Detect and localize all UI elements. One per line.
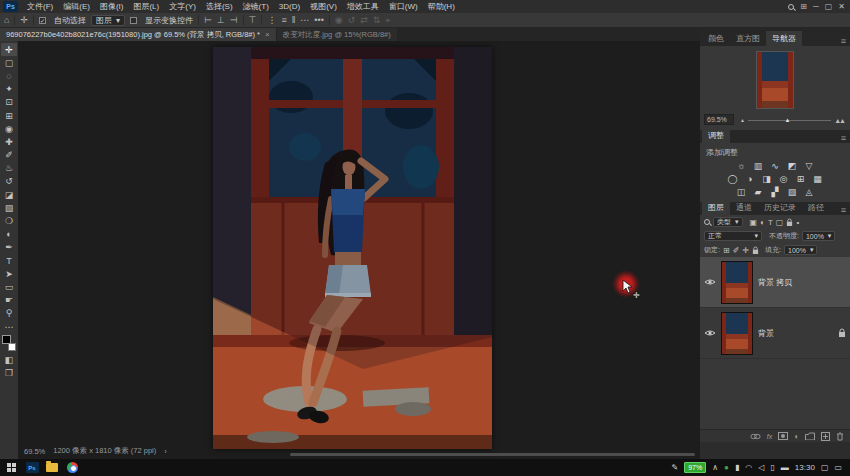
menu-type[interactable]: 文字(Y) [164, 1, 201, 12]
threshold-icon[interactable]: ▞ [770, 187, 781, 197]
tab-history[interactable]: 历史记录 [758, 200, 802, 215]
layer-effects-icon[interactable]: fx [767, 433, 772, 440]
filter-toggle-icon[interactable]: • [796, 218, 799, 227]
panel-menu-icon[interactable]: ≡ [841, 133, 850, 143]
clone-stamp-tool[interactable]: ♨ [1, 162, 17, 175]
layer-thumbnail[interactable] [721, 261, 753, 304]
taskbar-app-photoshop[interactable]: Ps [22, 459, 42, 476]
photo-filter-icon[interactable]: ◎ [778, 174, 789, 184]
taskbar-app-chrome[interactable] [62, 459, 82, 476]
filter-shape-icon[interactable]: ▢ [776, 218, 784, 227]
pen-tool[interactable]: ✒ [1, 241, 17, 254]
shape-tool[interactable]: ▭ [1, 280, 17, 293]
path-selection-tool[interactable]: ➤ [1, 267, 17, 280]
minimize-button[interactable]: ─ [813, 2, 819, 11]
canvas-area[interactable]: 69.5% 1200 像素 x 1810 像素 (72 ppi) › ✛ [18, 41, 700, 459]
type-tool[interactable]: T [1, 254, 17, 267]
hue-saturation-icon[interactable]: ◯ [727, 174, 738, 184]
tab-adjustments[interactable]: 调整 [702, 128, 730, 143]
lock-pixels-icon[interactable]: ✐ [733, 246, 740, 255]
tab-color[interactable]: 颜色 [702, 31, 730, 46]
color-balance-icon[interactable]: ◑ [744, 174, 755, 184]
distribute-vertical-icon[interactable]: ⋮ [267, 15, 276, 25]
phone-link-icon[interactable]: ▯ [770, 463, 774, 472]
menu-image[interactable]: 图像(I) [95, 1, 129, 12]
lock-position-icon[interactable]: ✛ [742, 246, 749, 255]
lock-icon[interactable] [838, 328, 846, 338]
black-white-icon[interactable]: ◨ [761, 174, 772, 184]
navigator-zoom-slider[interactable]: ▲ ▲ ▲▲ [740, 115, 844, 125]
vibrance-icon[interactable]: ▽ [804, 161, 815, 171]
photo-document[interactable] [213, 47, 492, 449]
close-icon[interactable]: × [265, 30, 270, 39]
zoom-tool[interactable]: ⚲ [1, 307, 17, 320]
panel-menu-icon[interactable]: ≡ [841, 205, 850, 215]
close-button[interactable]: ✕ [838, 2, 845, 11]
panel-menu-icon[interactable]: ≡ [841, 36, 850, 46]
navigator-zoom-field[interactable]: 69.5% [704, 114, 734, 125]
blend-mode-dropdown[interactable]: 正常▾ [704, 231, 762, 241]
gradient-map-icon[interactable]: ▨ [787, 187, 798, 197]
lock-transparent-icon[interactable]: ⊞ [723, 246, 730, 255]
tab-channels[interactable]: 通道 [730, 200, 758, 215]
new-group-icon[interactable] [805, 432, 815, 440]
history-brush-tool[interactable]: ↺ [1, 175, 17, 188]
brush-tool[interactable]: ✐ [1, 149, 17, 162]
network-icon[interactable]: ◠ [745, 463, 752, 472]
align-left-icon[interactable]: ⊢ [204, 15, 212, 25]
eyedropper-tool[interactable]: ◉ [1, 122, 17, 135]
auto-select-target-dropdown[interactable]: 图层▾ [91, 15, 125, 26]
smudge-tool[interactable]: ❍ [1, 214, 17, 227]
zoom-in-icon[interactable]: ▲▲ [834, 117, 844, 124]
status-chevron-icon[interactable]: › [164, 447, 167, 456]
fill-dropdown[interactable]: 100%▾ [784, 245, 817, 255]
distribute-right-icon[interactable]: ⋯ [300, 15, 309, 25]
marquee-tool[interactable]: ▢ [1, 56, 17, 69]
move-tool-icon[interactable]: ✛ [20, 15, 28, 25]
auto-select-checkbox[interactable]: ✓ [39, 17, 46, 24]
document-tab-active[interactable]: 969076227b0e402b8021e76c(1951080).jpg @ … [0, 28, 276, 41]
start-button[interactable] [0, 459, 22, 476]
posterize-icon[interactable]: ▰ [753, 187, 764, 197]
taskbar-app-explorer[interactable] [42, 459, 62, 476]
layer-name[interactable]: 背景 拷贝 [758, 277, 792, 288]
layer-name[interactable]: 背景 [758, 328, 774, 339]
navigator-thumbnail[interactable] [756, 51, 794, 109]
filter-adjustment-icon[interactable]: ◐ [760, 218, 765, 227]
maximize-button[interactable]: ▢ [825, 2, 833, 11]
link-layers-icon[interactable] [750, 433, 761, 440]
channel-mixer-icon[interactable]: ⊞ [795, 174, 806, 184]
align-center-icon[interactable]: ⊥ [217, 15, 225, 25]
hidden-icons-chevron[interactable]: ∧ [712, 463, 718, 472]
new-layer-icon[interactable] [821, 432, 830, 441]
volume-icon[interactable]: ◁ [758, 463, 764, 472]
layer-row-background[interactable]: 背景 [700, 308, 850, 359]
levels-icon[interactable]: ▥ [753, 161, 764, 171]
align-middle-icon[interactable]: ⊤ [249, 15, 257, 25]
visibility-eye-icon[interactable] [704, 329, 716, 337]
tab-paths[interactable]: 路径 [802, 200, 830, 215]
color-lookup-icon[interactable]: ▦ [812, 174, 823, 184]
zoom-out-icon[interactable]: ▲ [740, 117, 745, 123]
menu-3d[interactable]: 3D(D) [274, 2, 305, 11]
home-icon[interactable]: ⌂ [4, 15, 9, 25]
crop-tool[interactable]: ⊡ [1, 96, 17, 109]
filter-smart-object-icon[interactable] [786, 218, 793, 227]
more-options-icon[interactable]: ••• [314, 15, 323, 25]
menu-view[interactable]: 视图(V) [305, 1, 342, 12]
pen-input-icon[interactable]: ✎ [671, 463, 678, 472]
gradient-tool[interactable]: ▧ [1, 201, 17, 214]
battery-percentage-badge[interactable]: 97% [684, 462, 706, 473]
screen-mode-button[interactable]: ❐ [1, 366, 17, 379]
menu-layer[interactable]: 图层(L) [128, 1, 164, 12]
menu-help[interactable]: 帮助(H) [423, 1, 460, 12]
selective-color-icon[interactable]: ◬ [804, 187, 815, 197]
display-icon[interactable]: ▮ [735, 463, 739, 472]
show-transform-checkbox[interactable] [130, 17, 137, 24]
clock[interactable]: 13:30 [795, 463, 815, 472]
tab-layers[interactable]: 图层 [702, 200, 730, 215]
antivirus-icon[interactable]: ● [724, 463, 729, 472]
search-icon[interactable] [788, 4, 794, 10]
adjustment-layer-icon[interactable]: ◐ [794, 432, 799, 441]
filter-pixel-icon[interactable]: ▣ [750, 218, 758, 227]
